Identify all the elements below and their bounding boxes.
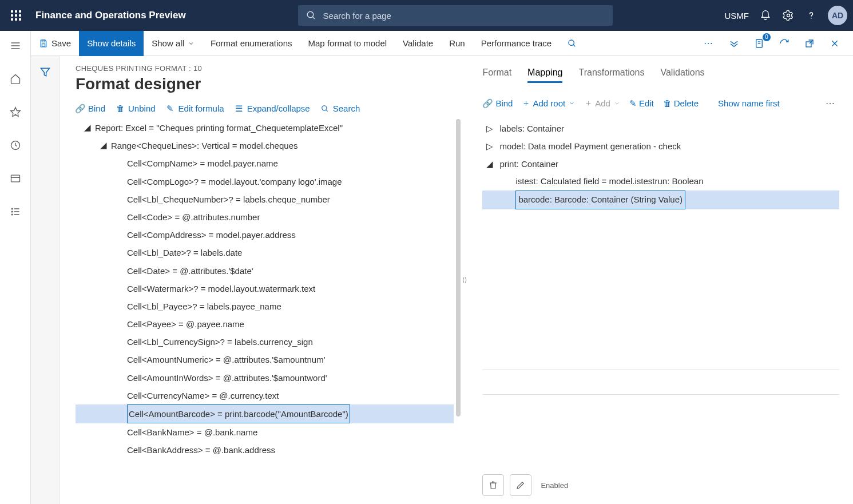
bind-button[interactable]: 🔗Bind [76,104,105,113]
svg-rect-9 [11,175,19,182]
add-button: ＋Add [584,98,620,109]
tree-row[interactable]: Cell<AmountBarcode> = print.barcode("Amo… [76,404,454,423]
tab-format[interactable]: Format [482,68,511,83]
more-icon[interactable]: ⋯ [822,98,839,109]
map-tree-row[interactable]: ▷model: Data model Payment generation - … [482,138,839,156]
tree-row-label: Cell<BankAddress> = @.bank.address [127,441,275,459]
avatar[interactable]: AD [828,6,847,25]
tree-row[interactable]: Cell<Lbl_ChequeNumber>? = labels.cheque_… [76,191,454,208]
bell-icon[interactable] [759,9,772,22]
tree-row[interactable]: Cell<CompAddress> = model.payer.address [76,226,454,244]
twisty-icon[interactable]: ▷ [486,138,494,156]
edit-button[interactable]: ✎Edit [629,98,654,109]
tree-row-label: Range<ChequeLines>: Vertical = model.che… [111,137,297,154]
map-bind-button[interactable]: 🔗Bind [482,98,513,109]
map-tree-row[interactable]: barcode: Barcode: Container (String Valu… [482,191,839,209]
tab-validations[interactable]: Validations [660,68,704,83]
validate-button[interactable]: Validate [395,31,441,56]
tree-row[interactable]: Cell<Date> = @.attributes.'$date' [76,262,454,280]
edit-square-button[interactable] [510,474,531,496]
tree-row-label: Cell<AmountBarcode> = print.barcode("Amo… [127,404,350,423]
twisty-icon[interactable]: ◢ [100,136,108,154]
svg-point-19 [569,40,574,45]
perf-trace-button[interactable]: Performance trace [473,31,560,56]
filter-icon[interactable] [36,63,54,81]
popout-icon[interactable] [802,35,818,51]
tab-transformations[interactable]: Transformations [578,68,644,83]
svg-point-0 [307,11,314,18]
twisty-icon[interactable]: ▷ [486,120,494,138]
bottom-bar: Enabled [482,469,839,504]
map-format-button[interactable]: Map format to model [300,31,395,56]
tree-row[interactable]: Cell<CurrencyName> = @.currency.text [76,387,454,404]
gear-icon[interactable] [782,9,795,22]
twisty-icon[interactable]: ◢ [486,156,494,173]
refresh-icon[interactable] [776,35,792,51]
attachments-badge: 0 [763,33,771,41]
map-tree-row[interactable]: istest: Calculated field = model.istestr… [482,173,839,191]
svg-point-11 [11,208,13,209]
tree-row[interactable]: ◢Range<ChequeLines>: Vertical = model.ch… [76,137,454,154]
global-search[interactable]: Search for a page [298,5,613,26]
tree-row-label: Cell<Lbl_Date>? = labels.date [127,244,242,261]
format-tree[interactable]: ◢Report: Excel = "Cheques printing forma… [76,119,461,478]
delete-square-button[interactable] [482,474,504,496]
tree-row-label: Cell<CurrencyName> = @.currency.text [127,387,279,404]
map-tree-row-label: labels: Container [499,120,564,138]
twisty-icon[interactable]: ◢ [84,119,92,136]
format-enum-button[interactable]: Format enumerations [203,31,300,56]
tree-row[interactable]: Cell<Lbl_Payee>? = labels.payee_name [76,297,454,315]
list-icon[interactable] [4,200,27,223]
expand-collapse-button[interactable]: ☰Expand/collapse [235,104,310,113]
tree-row[interactable]: Cell<CompLogo>? = model.layout.'company … [76,173,454,191]
map-tree-row[interactable]: ◢print: Container [482,156,839,173]
show-details-button[interactable]: Show details [79,31,144,56]
search-action-button[interactable] [560,31,585,56]
company-code[interactable]: USMF [725,11,749,21]
tree-row[interactable]: Cell<CompName> = model.payer.name [76,154,454,172]
attachments-icon[interactable]: 0 [751,35,767,51]
chevron-down-icon [569,100,575,106]
close-icon[interactable] [827,35,843,51]
star-icon[interactable] [4,101,27,124]
add-root-button[interactable]: ＋Add root [522,98,575,109]
show-all-button[interactable]: Show all [144,31,203,56]
clock-icon[interactable] [4,134,27,157]
action-bar: Save Show details Show all Format enumer… [31,31,853,56]
splitter[interactable]: ⟨⟩ [461,56,469,504]
tree-row[interactable]: ◢Report: Excel = "Cheques printing forma… [76,119,454,137]
hamburger-icon[interactable] [4,34,27,57]
search-placeholder: Search for a page [323,11,391,21]
help-icon[interactable] [805,9,818,22]
tree-row[interactable]: Cell<Payee> = @.payee.name [76,315,454,333]
tree-search-button[interactable]: Search [320,104,360,113]
run-button[interactable]: Run [441,31,473,56]
trash-icon: 🗑 [116,104,125,113]
tree-row[interactable]: Cell<Lbl_Date>? = labels.date [76,244,454,261]
more-icon[interactable]: ⋯ [701,35,717,51]
waffle-icon[interactable] [6,5,26,26]
tree-row[interactable]: Cell<AmountNumeric> = @.attributes.'$amo… [76,351,454,368]
unbind-button[interactable]: 🗑Unbind [116,104,156,113]
tree-row[interactable]: Cell<BankName> = @.bank.name [76,423,454,441]
tree-row-label: Cell<Lbl_Payee>? = labels.payee_name [127,297,281,315]
edit-formula-button[interactable]: ✎Edit formula [166,104,224,113]
tree-row[interactable]: Cell<BankAddress> = @.bank.address [76,441,454,459]
tree-row[interactable]: Cell<Watermark>? = model.layout.watermar… [76,280,454,297]
save-button[interactable]: Save [31,31,79,56]
tree-row[interactable]: Cell<AmountInWords> = @.attributes.'$amo… [76,369,454,387]
home-icon[interactable] [4,68,27,90]
tree-row[interactable]: Cell<Lbl_CurrencySign>? = labels.currenc… [76,333,454,351]
app-title: Finance and Operations Preview [35,10,186,21]
value-box [482,370,839,395]
map-tree-row[interactable]: ▷labels: Container [482,120,839,138]
tab-mapping[interactable]: Mapping [527,68,562,83]
delete-button[interactable]: 🗑Delete [663,98,699,108]
module-icon[interactable] [4,167,27,190]
mapping-tree[interactable]: ▷labels: Container▷model: Data model Pay… [482,120,839,209]
designer-tools: 🔗Bind 🗑Unbind ✎Edit formula ☰Expand/coll… [76,104,461,113]
scrollbar[interactable] [456,119,461,416]
show-name-first-button[interactable]: Show name first [718,98,780,108]
tree-row[interactable]: Cell<Code> = @.attributes.number [76,208,454,226]
datasource-icon[interactable] [726,35,742,51]
